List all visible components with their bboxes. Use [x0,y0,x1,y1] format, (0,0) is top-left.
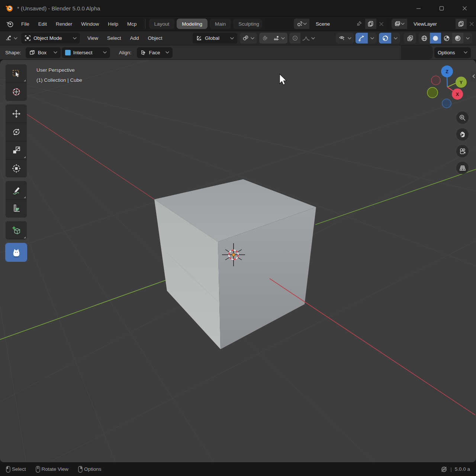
cube-object[interactable] [154,179,316,349]
menu-mcp[interactable]: Mcp [123,19,141,29]
tool-options-dropdown[interactable]: Options [434,47,471,58]
hint-select: Select [6,466,26,473]
duplicate-icon [368,21,374,27]
menu-help[interactable]: Help [103,19,123,29]
shading-wireframe-button[interactable] [419,33,430,44]
viewport-header: Object Mode View Select Add Object Globa… [0,31,476,45]
menu-object[interactable]: Object [144,33,167,43]
editor-type-button[interactable] [5,35,17,42]
network-offline-icon[interactable] [441,466,447,473]
menu-file[interactable]: File [17,19,34,29]
xray-toggle-button[interactable] [404,33,416,44]
workspace-tab-modeling[interactable]: Modeling [177,19,208,29]
mode-dropdown[interactable]: Object Mode [21,33,80,44]
viewlayer-new-button[interactable] [456,19,467,29]
snap-target-dropdown[interactable] [270,33,287,44]
tool-measure[interactable] [6,199,27,218]
shape-label: Shape: [5,50,21,55]
close-button[interactable] [453,0,476,16]
viewport-3d[interactable]: Z Y X User Perspective (1) Collection | … [0,60,476,462]
menu-render[interactable]: Render [51,19,77,29]
orthographic-toggle-button[interactable] [456,162,469,174]
proportional-edit-icon [292,35,298,41]
editor-3d-viewport-icon [5,35,13,42]
x-axis-line-far [22,111,154,199]
blender-menu-icon[interactable] [6,20,14,28]
workspace-tab-main[interactable]: Main [210,19,231,29]
pin-icon[interactable] [357,21,363,27]
tool-transform[interactable] [6,159,27,177]
window-title: * (Unsaved) - Blender 5.0.0 Alpha [17,5,100,12]
snap-toggle-button[interactable] [259,33,270,44]
tool-custom-brush[interactable] [6,243,27,261]
proportional-edit-toggle[interactable] [289,33,300,44]
wireframe-icon [421,35,428,42]
pivot-point-dropdown[interactable] [240,33,257,44]
tool-annotate[interactable] [6,181,27,199]
tool-move[interactable] [6,104,27,123]
camera-view-button[interactable] [456,145,469,157]
navigation-gizmo[interactable]: Z Y X [427,65,467,108]
shading-dropdown[interactable] [463,33,472,44]
snapping-group [259,33,287,44]
region-corner-notch [401,45,433,60]
viewlayer-selector: ViewLayer [392,19,476,29]
menu-window[interactable]: Window [77,19,103,29]
tool-scale[interactable] [6,141,27,159]
menu-edit[interactable]: Edit [34,19,51,29]
scene-icon [296,20,303,27]
gizmos-dropdown[interactable] [368,33,377,44]
workspace-tab-sculpting[interactable]: Sculpting [233,19,262,29]
snap-increment-icon [273,35,280,42]
sidebar-toggle[interactable] [471,71,476,81]
zoom-button[interactable] [456,112,469,124]
gizmo-axis-negz[interactable] [442,99,451,108]
align-dropdown[interactable]: Face [137,47,173,58]
version-label: 5.0.0 a [455,466,470,472]
material-preview-icon [443,35,450,42]
gizmo-axis-negx[interactable] [431,76,440,85]
proportional-falloff-dropdown[interactable] [300,33,317,44]
overlays-icon [382,35,389,42]
viewlayer-name-field[interactable]: ViewLayer [407,19,456,29]
menu-view[interactable]: View [83,33,103,43]
status-bar: Select Rotate View Options | 5.0.0 a [0,462,476,476]
show-gizmo-dropdown[interactable] [336,33,354,44]
orientation-dropdown[interactable]: Global [193,33,237,44]
right-mouse-icon [78,466,83,473]
menu-select[interactable]: Select [103,33,126,43]
minimize-button[interactable] [407,0,430,16]
boolean-mode-dropdown[interactable]: Intersect [62,47,110,58]
blender-logo [5,4,13,12]
rendered-shading-icon [454,35,461,42]
tool-tweak-select[interactable] [6,64,27,83]
overlays-dropdown[interactable] [391,33,400,44]
tool-rotate[interactable] [6,123,27,141]
gizmo-axis-negy[interactable] [427,87,438,98]
overlays-toggle-button[interactable] [379,33,391,44]
gizmo-y-label: Y [460,80,463,85]
viewlayer-browse-button[interactable] [392,19,407,29]
maximize-button[interactable] [430,0,453,16]
workspace-tab-layout[interactable]: Layout [149,19,175,29]
scene-new-button[interactable] [365,19,376,29]
intersect-swatch [65,50,71,55]
shading-solid-button[interactable] [430,33,441,44]
tool-cursor-3d[interactable] [6,83,27,101]
scene-name-field[interactable]: Scene [309,19,365,29]
scene-browse-button[interactable] [294,19,309,29]
menu-add[interactable]: Add [126,33,144,43]
tool-add-cube[interactable] [6,221,27,239]
scene-canvas[interactable]: Z Y X [0,60,476,462]
gizmos-toggle-button[interactable] [356,33,368,44]
global-orientation-icon [196,35,202,41]
shading-material-button[interactable] [441,33,452,44]
pivot-icon [242,35,249,41]
gizmo-z-label: Z [446,69,448,74]
viewlayer-delete-button[interactable] [467,19,476,29]
shape-dropdown[interactable]: Box [26,47,61,58]
shading-rendered-button[interactable] [452,33,463,44]
pan-hand-button[interactable] [456,128,469,141]
scene-delete-button[interactable] [376,19,386,29]
box-shape-icon [29,49,35,56]
